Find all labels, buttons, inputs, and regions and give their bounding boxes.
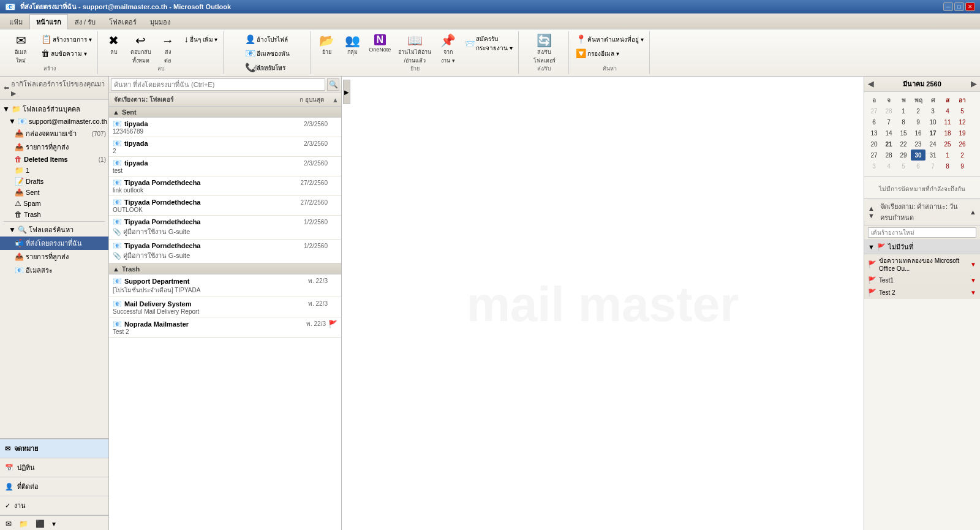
msg-item-7[interactable]: 📧 Tipyada Porndethdecha 1/2/2560 📎 คู่มื… <box>109 240 341 263</box>
group-trash[interactable]: ▲ Trash <box>109 263 341 274</box>
tab-sendreceive[interactable]: ส่ง / รับ <box>68 14 102 29</box>
cal-cell-1[interactable]: 1 <box>896 105 911 116</box>
cal-next-button[interactable]: ▶ <box>971 80 976 88</box>
msg-item-8[interactable]: 📧 Support Department พ. 22/3 [โปรโมชั่นป… <box>109 274 341 297</box>
nav-items-sent[interactable]: 📤 รายการที่ลูกส่ง <box>0 250 108 263</box>
cal-cell-17[interactable]: 17 <box>925 127 940 138</box>
email-send-button[interactable]: 📧 อีเมลซองหัน <box>242 47 293 60</box>
cal-cell-29[interactable]: 29 <box>896 150 911 161</box>
cal-cell-11[interactable]: 11 <box>940 116 955 127</box>
address-search-button[interactable]: 📍 ค้นหาตำแหน่งที่อยู่ ▾ <box>573 32 647 46</box>
cal-cell-7-next[interactable]: 7 <box>925 161 940 172</box>
nav-trash[interactable]: 🗑 Trash <box>0 209 108 220</box>
cal-cell-6-next[interactable]: 6 <box>911 161 925 172</box>
task-button[interactable]: 📌 จากงาน ▾ <box>435 32 460 67</box>
restore-button[interactable]: □ <box>954 2 964 11</box>
cal-cell-2-next[interactable]: 2 <box>955 150 970 161</box>
task-item-3[interactable]: 🚩 Test 2 ▼ <box>864 287 980 299</box>
cal-cell-9-next[interactable]: 9 <box>955 161 970 172</box>
delete-msg-button[interactable]: 🗑 ลบข้อความ ▾ <box>38 47 95 60</box>
sort-folder-header[interactable]: จัดเรียงตาม: โฟลเดอร์ <box>111 94 176 105</box>
forward-button[interactable]: → ส่งต่อ <box>156 32 180 67</box>
move-button[interactable]: 📂 ย้าย <box>314 32 339 67</box>
tab-home[interactable]: หน้าแรก <box>29 14 68 29</box>
onenote-button[interactable]: N OneNote <box>366 32 394 67</box>
nav-inbox[interactable]: 📥 กล่องจดหมายเข้า (707) <box>0 127 108 140</box>
cal-cell-4-next[interactable]: 4 <box>881 161 896 172</box>
cal-cell-6[interactable]: 6 <box>867 116 881 127</box>
search-input[interactable] <box>111 78 325 91</box>
nav-spam[interactable]: ⚠ Spam <box>0 198 108 209</box>
cal-cell-15[interactable]: 15 <box>896 127 911 138</box>
nav-drafts[interactable]: 📝 Drafts <box>0 176 108 187</box>
nav-search-folders[interactable]: ▼ 🔍 โฟลเดอร์ค้นหา <box>0 223 108 237</box>
tasks-search-input[interactable] <box>868 227 976 238</box>
new-email-button[interactable]: ✉ อีเมลใหม่ <box>5 32 37 67</box>
task-item-2[interactable]: 🚩 Test1 ▼ <box>864 274 980 287</box>
cal-cell-14[interactable]: 14 <box>881 127 896 138</box>
cal-cell-12[interactable]: 12 <box>955 116 970 127</box>
nav-mini-folder[interactable]: 📁 <box>16 518 31 530</box>
msg-item-5[interactable]: 📧 Tipyada Porndethdecha 27/2/2560 OUTLOO… <box>109 196 341 216</box>
cal-cell-8-next[interactable]: 8 <box>940 161 955 172</box>
cal-cell-16[interactable]: 16 <box>911 127 925 138</box>
cal-cell-22[interactable]: 22 <box>896 138 911 150</box>
cal-cell-21[interactable]: 21 <box>881 138 896 150</box>
cal-cell-20[interactable]: 20 <box>867 138 881 150</box>
task-dismiss-1[interactable]: ▼ <box>970 261 976 268</box>
expand-pane-arrow[interactable]: ▶ <box>343 80 350 104</box>
nav-deleted[interactable]: 🗑 Deleted Items (1) <box>0 154 108 165</box>
cal-cell-8[interactable]: 8 <box>896 116 911 127</box>
cal-cell-26[interactable]: 26 <box>955 138 970 150</box>
cal-cell-25[interactable]: 25 <box>940 138 955 150</box>
cal-cell-13[interactable]: 13 <box>867 127 881 138</box>
msg-item-9[interactable]: 📧 Mail Delivery System พ. 22/3 Successfu… <box>109 297 341 317</box>
tab-view[interactable]: มุมมอง <box>143 14 177 29</box>
new-items-button[interactable]: 📋 สร้างรายการ ▾ <box>38 32 95 46</box>
nav-mini-more[interactable]: ⬛ <box>32 518 48 530</box>
nav-calendar-button[interactable]: 📅 ปฏิทิน <box>0 458 108 477</box>
cal-cell-31[interactable]: 31 <box>925 150 940 161</box>
cal-cell-30-today[interactable]: 30 <box>911 150 925 161</box>
cal-cell-10[interactable]: 10 <box>925 116 940 127</box>
profile-reply-button[interactable]: 👤 อ้างโปรไฟล์ <box>242 32 293 46</box>
cal-cell-27-prev[interactable]: 27 <box>867 105 881 116</box>
group-sent[interactable]: ▲ Sent <box>109 107 341 118</box>
nav-folder-1[interactable]: 📁 1 <box>0 165 108 176</box>
msg-item-4[interactable]: 📧 Tipyada Porndethdecha 27/2/2560 link o… <box>109 176 341 196</box>
filter-email-button[interactable]: 🔽 กรองอีเมล ▾ <box>573 47 647 60</box>
nav-email-sara[interactable]: 📧 อีเมลสระ <box>0 263 108 277</box>
cal-cell-27[interactable]: 27 <box>867 150 881 161</box>
msg-item-3[interactable]: 📧 tipyada 2/3/2560 test <box>109 157 341 176</box>
cal-cell-5-next[interactable]: 5 <box>896 161 911 172</box>
nav-contacts-button[interactable]: 👤 ที่ติดต่อ <box>0 477 108 496</box>
close-button[interactable]: ✕ <box>965 2 975 11</box>
tasks-header[interactable]: ▲ ▼ จัดเรียงตาม: คำสถานะ: วันครบกำหนด ▲ <box>864 199 980 225</box>
cal-cell-19[interactable]: 19 <box>955 127 970 138</box>
tasks-group-nodate[interactable]: ▼ 🚩 ไม่มีวันที่ <box>864 240 980 254</box>
delete-button[interactable]: ✖ ลบ <box>102 32 126 67</box>
nav-mini-mail[interactable]: ✉ <box>2 518 15 530</box>
nav-account[interactable]: ▼ 📧 support@mailmaster.co.th <box>0 116 108 127</box>
cal-cell-9[interactable]: 9 <box>911 116 925 127</box>
cal-cell-4[interactable]: 4 <box>940 105 955 116</box>
cal-cell-5[interactable]: 5 <box>955 105 970 116</box>
cal-cell-24[interactable]: 24 <box>925 138 940 150</box>
task-dismiss-2[interactable]: ▼ <box>970 277 976 284</box>
other-actions-button[interactable]: ↓ อื่นๆ เพิ่ม ▾ <box>181 32 221 46</box>
tab-folder[interactable]: โฟลเดอร์ <box>102 14 143 29</box>
group-button[interactable]: 👥 กลุ่ม <box>340 32 364 67</box>
cal-cell-23[interactable]: 23 <box>911 138 925 150</box>
cal-cell-28[interactable]: 28 <box>881 150 896 161</box>
nav-sent-to-me[interactable]: 📬 ที่ส่งโดยตรงมาที่ฉัน <box>0 237 108 250</box>
cal-cell-18[interactable]: 18 <box>940 127 955 138</box>
breadcrumb[interactable]: ⬅ อากิโฟลเดอร์การโปรของคุณมา ▶ <box>0 77 108 100</box>
cal-prev-button[interactable]: ◀ <box>868 80 873 88</box>
nav-sent-items[interactable]: 📤 รายการที่ลูกส่ง <box>0 140 108 154</box>
msg-item-6[interactable]: 📧 Tipyada Porndethdecha 1/2/2560 📎 คู่มื… <box>109 216 341 240</box>
sort-order-header[interactable]: ก อุบนสุด <box>297 94 327 105</box>
cal-cell-3[interactable]: 3 <box>925 105 940 116</box>
msg-item-2[interactable]: 📧 tipyada 2/3/2560 2 <box>109 137 341 157</box>
tab-file[interactable]: แฟ้ม <box>2 14 29 29</box>
task-item-1[interactable]: 🚩 ข้อความทดลองของ Microsoft Office Ou...… <box>864 254 980 274</box>
